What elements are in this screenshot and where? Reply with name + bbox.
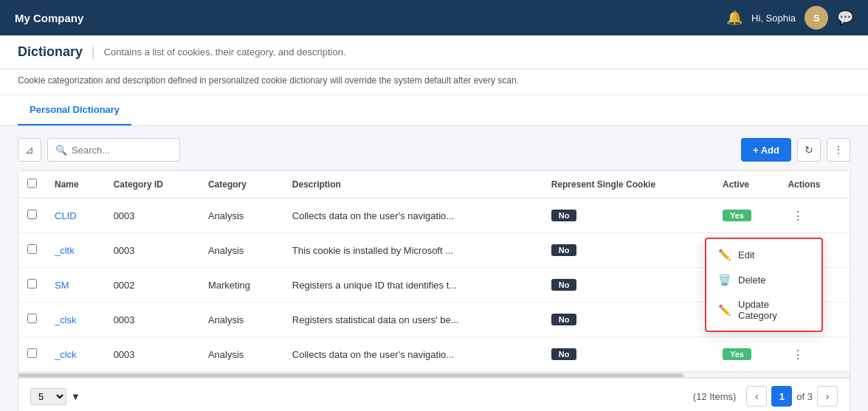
row-name: SM [46, 268, 105, 303]
row-name: _cltk [46, 233, 105, 268]
info-text: Cookie categorization and description de… [18, 75, 519, 86]
horizontal-scrollbar[interactable] [18, 372, 850, 378]
per-page-dropdown-icon: ▼ [71, 391, 80, 402]
filter-button[interactable]: ⊿ [18, 138, 41, 162]
table-row: _clck 0003 Analysis Collects data on the… [18, 337, 850, 372]
th-active: Active [714, 171, 779, 198]
row-represent-single: No [542, 198, 714, 233]
row-category-id: 0003 [105, 337, 199, 372]
current-page[interactable]: 1 [771, 386, 792, 407]
row-select-checkbox[interactable] [27, 244, 37, 254]
row-actions: ⋮ [779, 198, 850, 233]
th-actions: Actions [779, 171, 850, 198]
refresh-icon: ↻ [805, 144, 813, 156]
context-menu-update-category-label: Update Category [738, 299, 810, 321]
row-description: Collects data on the user's navigatio... [283, 198, 542, 233]
search-icon: 🔍 [55, 145, 67, 156]
row-category-id: 0003 [105, 303, 199, 337]
avatar[interactable]: S [805, 6, 828, 30]
row-select-checkbox[interactable] [27, 210, 37, 219]
th-represent-single: Represent Single Cookie [542, 171, 714, 198]
toolbar: ⊿ 🔍 + Add ↻ ⋮ [18, 138, 850, 162]
search-input[interactable] [72, 145, 172, 156]
select-all-checkbox[interactable] [27, 179, 37, 188]
row-checkbox [18, 233, 46, 268]
row-name: _clsk [46, 303, 105, 337]
page-header: Dictionary | Contains a list of cookies,… [0, 35, 868, 69]
th-checkbox [18, 171, 46, 198]
context-menu-delete-label: Delete [738, 274, 766, 286]
notification-icon[interactable]: 🔔 [726, 10, 743, 26]
main-content: ⊿ 🔍 + Add ↻ ⋮ Name [0, 126, 868, 411]
search-box: 🔍 [47, 138, 180, 162]
more-options-button[interactable]: ⋮ [827, 138, 850, 162]
row-description: This cookie is installed by Microsoft ..… [283, 233, 542, 268]
table-row: CLID 0003 Analysis Collects data on the … [18, 198, 850, 233]
th-category-id: Category ID [105, 171, 199, 198]
update-category-icon: ✏️ [718, 304, 731, 316]
row-actions: ⋮ [779, 337, 850, 372]
row-category: Analysis [199, 198, 283, 233]
toolbar-left: ⊿ 🔍 [18, 138, 180, 162]
context-menu-edit-label: Edit [738, 249, 754, 260]
info-banner: Cookie categorization and description de… [0, 69, 868, 95]
topnav-right: 🔔 Hi, Sophia S 💬 [726, 6, 853, 30]
row-actions: ⋮ ✏️ Edit 🗑️ Delete [779, 233, 850, 268]
row-actions-button[interactable]: ⋮ [788, 344, 808, 365]
page-title: Dictionary [18, 44, 83, 60]
row-checkbox [18, 198, 46, 233]
pagination: (12 Items) ‹ 1 of 3 › [693, 386, 838, 407]
row-represent-single: No [542, 268, 714, 303]
row-category: Analysis [199, 303, 283, 337]
row-category-id: 0003 [105, 198, 199, 233]
row-name: _clck [46, 337, 105, 372]
context-menu: ✏️ Edit 🗑️ Delete ✏️ Update Category [705, 238, 823, 332]
row-represent-single: No [542, 303, 714, 337]
row-checkbox [18, 268, 46, 303]
row-select-checkbox[interactable] [27, 279, 37, 289]
row-actions-button[interactable]: ⋮ [788, 205, 808, 226]
per-page-select[interactable]: 5 10 25 50 [30, 388, 66, 405]
row-category: Analysis [199, 233, 283, 268]
row-category: Analysis [199, 337, 283, 372]
prev-page-button[interactable]: ‹ [746, 386, 767, 407]
table-header-row: Name Category ID Category Description Re… [18, 171, 850, 198]
refresh-button[interactable]: ↻ [797, 138, 821, 162]
filter-icon: ⊿ [25, 144, 34, 156]
row-category-id: 0002 [105, 268, 199, 303]
scrollbar-thumb [18, 373, 683, 378]
context-menu-update-category[interactable]: ✏️ Update Category [706, 292, 822, 328]
row-active: Yes [714, 198, 779, 233]
toolbar-right: + Add ↻ ⋮ [741, 138, 850, 162]
context-menu-delete[interactable]: 🗑️ Delete [706, 267, 822, 292]
th-category: Category [199, 171, 283, 198]
row-description: Collects data on the user's navigatio... [283, 337, 542, 372]
row-represent-single: No [542, 337, 714, 372]
row-category-id: 0003 [105, 233, 199, 268]
table-row: _cltk 0003 Analysis This cookie is insta… [18, 233, 850, 268]
row-checkbox [18, 337, 46, 372]
page-subtitle: Contains a list of cookies, their catego… [104, 46, 346, 58]
row-name: CLID [46, 198, 105, 233]
tab-personal-dictionary[interactable]: Personal Dictionary [18, 95, 131, 125]
next-page-button[interactable]: › [817, 386, 838, 407]
th-description: Description [283, 171, 542, 198]
th-name: Name [46, 171, 105, 198]
row-select-checkbox[interactable] [27, 314, 37, 323]
row-select-checkbox[interactable] [27, 348, 37, 358]
total-pages: of 3 [796, 391, 813, 402]
tab-bar: Personal Dictionary [0, 95, 868, 126]
row-description: Registers statistical data on users' be.… [283, 303, 542, 337]
row-checkbox [18, 303, 46, 337]
per-page-selector: 5 10 25 50 ▼ [30, 388, 80, 405]
chat-icon[interactable]: 💬 [837, 10, 853, 26]
header-separator: | [92, 44, 95, 60]
row-represent-single: No [542, 233, 714, 268]
row-description: Registers a unique ID that identifies t.… [283, 268, 542, 303]
company-name: My Company [15, 12, 83, 24]
table-footer: 5 10 25 50 ▼ (12 Items) ‹ 1 of 3 › [18, 378, 850, 411]
data-table: Name Category ID Category Description Re… [18, 170, 850, 411]
context-menu-edit[interactable]: ✏️ Edit [706, 242, 822, 267]
row-category: Marketing [199, 268, 283, 303]
add-button[interactable]: + Add [741, 138, 791, 162]
